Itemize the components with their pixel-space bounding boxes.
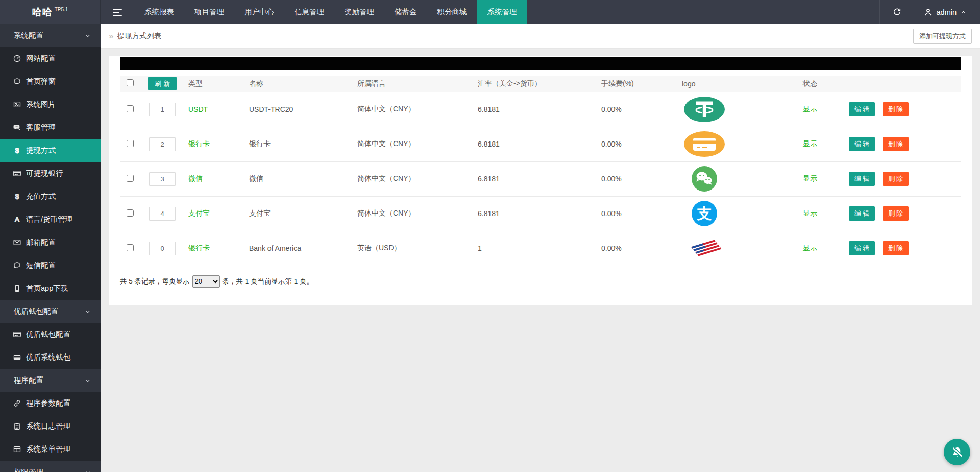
refresh-table-button[interactable]: 刷新 xyxy=(148,77,177,90)
nav-item-info-management[interactable]: 信息管理 xyxy=(284,0,334,24)
type-link[interactable]: 微信 xyxy=(188,174,203,182)
delete-button[interactable]: 删除 xyxy=(883,137,909,151)
topbar-right: admin xyxy=(879,0,980,24)
chevron-down-icon xyxy=(84,308,91,315)
status-link[interactable]: 显示 xyxy=(803,174,817,182)
delete-button[interactable]: 删除 xyxy=(883,206,909,221)
delete-button[interactable]: 删除 xyxy=(883,241,909,255)
nav-item-user-center[interactable]: 用户中心 xyxy=(234,0,284,24)
chevron-down-icon xyxy=(84,377,91,384)
nav-item-reward-management[interactable]: 奖励管理 xyxy=(334,0,384,24)
method-rate: 6.8181 xyxy=(474,127,597,161)
method-fee: 0.00% xyxy=(597,196,678,231)
refresh-icon xyxy=(892,7,902,17)
table-card: 刷新 类型 名称 所属语言 汇率（美金->货币） 手续费(%) logo 状态 … xyxy=(109,56,972,305)
nav-item-system-management[interactable]: 系统管理 xyxy=(477,0,527,24)
edit-button[interactable]: 编辑 xyxy=(849,137,875,151)
sidebar-item-email-config[interactable]: 邮箱配置 xyxy=(0,231,101,254)
sidebar-item-system-menus[interactable]: 系统菜单管理 xyxy=(0,438,101,461)
credit-card-icon xyxy=(13,169,21,178)
col-header-name: 名称 xyxy=(245,76,353,92)
sort-order-input[interactable] xyxy=(149,207,176,221)
table-row: 微信 微信 简体中文（CNY） 6.8181 0.00% xyxy=(120,161,961,196)
sort-order-input[interactable] xyxy=(149,172,176,186)
breadcrumb-chevrons-icon xyxy=(109,31,112,41)
row-checkbox[interactable] xyxy=(127,140,134,147)
sidebar-item-system-logs[interactable]: 系统日志管理 xyxy=(0,415,101,438)
dollar-icon xyxy=(13,192,21,201)
sidebar-item-sms-config[interactable]: 短信配置 xyxy=(0,254,101,277)
credit-card-icon xyxy=(13,330,21,339)
method-rate: 1 xyxy=(474,231,597,266)
status-link[interactable]: 显示 xyxy=(803,105,817,113)
notification-float-button[interactable] xyxy=(944,439,970,465)
sidebar-item-website-config[interactable]: 网站配置 xyxy=(0,47,101,70)
method-language: 英语（USD） xyxy=(353,231,474,266)
sidebar-group-system-config[interactable]: 系统配置 xyxy=(0,24,101,47)
sidebar-item-program-params[interactable]: 程序参数配置 xyxy=(0,392,101,415)
table-header-row: 刷新 类型 名称 所属语言 汇率（美金->货币） 手续费(%) logo 状态 xyxy=(120,76,961,92)
nav-item-points-mall[interactable]: 积分商城 xyxy=(427,0,477,24)
nav-item-savings[interactable]: 储蓄金 xyxy=(384,0,427,24)
col-header-rate: 汇率（美金->货币） xyxy=(474,76,597,92)
breadcrumb: 提现方式列表 添加可提现方式 xyxy=(101,24,980,49)
edit-button[interactable]: 编辑 xyxy=(849,241,875,255)
clipboard-icon xyxy=(13,422,21,431)
sidebar-group-program-config[interactable]: 程序配置 xyxy=(0,369,101,392)
withdraw-methods-table: 刷新 类型 名称 所属语言 汇率（美金->货币） 手续费(%) logo 状态 … xyxy=(120,76,961,266)
col-header-status: 状态 xyxy=(799,76,845,92)
row-checkbox[interactable] xyxy=(127,175,134,182)
sidebar-item-customer-service[interactable]: 客服管理 xyxy=(0,116,101,139)
sidebar-item-system-images[interactable]: 系统图片 xyxy=(0,93,101,116)
chevron-up-icon xyxy=(960,9,967,15)
sidebar-item-withdraw-banks[interactable]: 可提现银行 xyxy=(0,162,101,185)
sidebar-group-wallet-config[interactable]: 优盾钱包配置 xyxy=(0,300,101,323)
select-all-checkbox[interactable] xyxy=(127,79,134,86)
type-link[interactable]: USDT xyxy=(188,105,208,113)
delete-button[interactable]: 删除 xyxy=(883,102,909,116)
table-row: 银行卡 Bank of America 英语（USD） 1 0.00% xyxy=(120,231,961,266)
row-checkbox[interactable] xyxy=(127,244,134,251)
delete-button[interactable]: 删除 xyxy=(883,172,909,186)
method-language: 简体中文（CNY） xyxy=(353,196,474,231)
bank-card-logo xyxy=(682,131,727,157)
type-link[interactable]: 支付宝 xyxy=(188,209,210,217)
col-header-logo: logo xyxy=(678,76,799,92)
sidebar-item-recharge-methods[interactable]: 充值方式 xyxy=(0,185,101,208)
type-link[interactable]: 银行卡 xyxy=(188,244,210,252)
credit-card-solid-icon xyxy=(13,353,21,362)
sort-order-input[interactable] xyxy=(149,137,176,151)
nav-item-project-management[interactable]: 项目管理 xyxy=(184,0,234,24)
type-link[interactable]: 银行卡 xyxy=(188,139,210,148)
edit-button[interactable]: 编辑 xyxy=(849,206,875,221)
sidebar-item-system-wallet[interactable]: 优盾系统钱包 xyxy=(0,346,101,369)
page-size-select[interactable]: 20 xyxy=(192,275,220,288)
page-title: 提现方式列表 xyxy=(117,31,161,41)
sidebar-item-withdraw-methods[interactable]: 提现方式 xyxy=(0,139,101,162)
row-checkbox[interactable] xyxy=(127,209,134,217)
sort-order-input[interactable] xyxy=(149,103,176,116)
sidebar-item-language-currency[interactable]: 语言/货币管理 xyxy=(0,208,101,231)
sidebar-group-permissions[interactable]: 权限管理 xyxy=(0,461,101,472)
sidebar-item-wallet-config[interactable]: 优盾钱包配置 xyxy=(0,323,101,346)
method-name: 支付宝 xyxy=(245,196,353,231)
add-withdraw-method-button[interactable]: 添加可提现方式 xyxy=(913,29,972,44)
nav-item-system-reports[interactable]: 系统报表 xyxy=(134,0,184,24)
method-fee: 0.00% xyxy=(597,127,678,161)
status-link[interactable]: 显示 xyxy=(803,209,817,217)
user-menu[interactable]: admin xyxy=(914,0,980,24)
refresh-page-button[interactable] xyxy=(880,0,914,24)
row-checkbox[interactable] xyxy=(127,105,134,112)
edit-button[interactable]: 编辑 xyxy=(849,102,875,116)
hamburger-menu-icon[interactable] xyxy=(101,0,134,24)
sort-order-input[interactable] xyxy=(149,242,176,255)
edit-button[interactable]: 编辑 xyxy=(849,172,875,186)
sidebar-item-app-download[interactable]: 首页app下载 xyxy=(0,277,101,300)
chevron-down-icon xyxy=(84,469,91,472)
usdt-logo xyxy=(682,96,727,123)
sidebar-item-home-popup[interactable]: 首页弹窗 xyxy=(0,70,101,93)
sidebar: 系统配置 网站配置 首页弹窗 系统图片 客服管理 提现方式 可提现银行 充值方式… xyxy=(0,24,101,472)
status-link[interactable]: 显示 xyxy=(803,244,817,252)
method-name: USDT-TRC20 xyxy=(245,92,353,127)
status-link[interactable]: 显示 xyxy=(803,139,817,148)
